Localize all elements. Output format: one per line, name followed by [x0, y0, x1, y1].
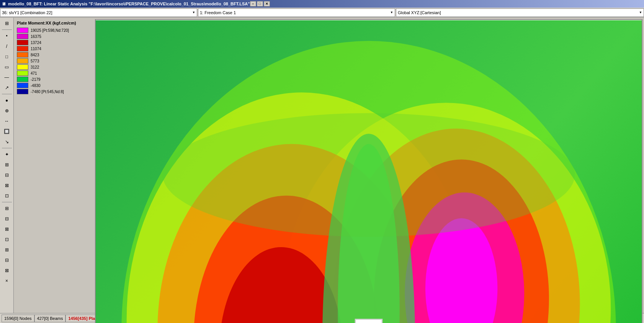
freedom-case-dropdown[interactable]: 1: Freedom Case 1 ▼: [198, 8, 395, 17]
separator2: [2, 94, 12, 94]
minimize-button[interactable]: −: [250, 1, 256, 7]
legend-label: 13724: [31, 41, 41, 45]
tool-extra8[interactable]: ×: [2, 276, 12, 286]
legend-entries: 19025 [Pt:598,Nd:720]1637513724110748423…: [17, 28, 90, 94]
coord-system-value: Global XYZ:[Cartesian]: [398, 10, 441, 15]
tool-extra3[interactable]: ⊠: [2, 224, 12, 234]
main-content: ⊞ • / □ ▭ — ↗ ● ⊕ ↔ 🔲 ↘ ✦ ⊞ ⊟ ⊠ ⊡ ⊞ ⊟ ⊠ …: [0, 18, 644, 313]
svg-rect-17: [355, 319, 382, 323]
legend-color-box: [17, 28, 28, 33]
titlebar-controls: − □ ✕: [250, 1, 270, 7]
legend-row: -7480 [Pt:545,Nd:8]: [17, 89, 90, 94]
tool-extra2[interactable]: ⊟: [2, 214, 12, 224]
legend-color-box: [17, 71, 28, 76]
tool-arrow[interactable]: ↗: [2, 83, 12, 93]
tool-extra5[interactable]: ⊞: [2, 245, 12, 255]
legend-label: 19025 [Pt:598,Nd:720]: [31, 28, 69, 33]
app-icon: 🖥: [2, 2, 6, 6]
legend-color-box: [17, 83, 28, 88]
legend-and-view: Plate Moment:XX (kgf.cm/cm) 19025 [Pt:59…: [15, 19, 642, 323]
legend-row: 3122: [17, 64, 90, 70]
legend-label: 8423: [31, 53, 39, 57]
titlebar-title: modello_08_BFT: Linear Static Analysis "…: [8, 2, 250, 6]
legend-color-box: [17, 40, 28, 45]
legend-row: 11074: [17, 46, 90, 51]
legend-label: -4830: [31, 84, 41, 88]
legend-color-box: [17, 77, 28, 82]
legend-color-box: [17, 34, 28, 39]
legend-row: 16375: [17, 34, 90, 39]
legend-color-box: [17, 52, 28, 57]
separator4: [2, 202, 12, 202]
tool-star[interactable]: ✦: [2, 149, 12, 159]
legend-label: -7480 [Pt:545,Nd:8]: [31, 90, 64, 94]
statusbar-item[interactable]: 1596[0] Nodes: [2, 315, 34, 322]
dropdown1-arrow: ▼: [192, 11, 195, 14]
legend-color-box: [17, 46, 28, 51]
load-case-value: 36: slvY1 [Combination 22]: [2, 10, 52, 15]
tool-frame[interactable]: 🔲: [2, 126, 12, 136]
legend-color-box: [17, 89, 28, 94]
tool-extra4[interactable]: ⊡: [2, 234, 12, 244]
dropdown2-arrow: ▼: [390, 11, 393, 14]
tool-grid2[interactable]: ⊟: [2, 170, 12, 180]
tool-grid1[interactable]: ⊞: [2, 160, 12, 170]
close-button[interactable]: ✕: [264, 1, 270, 7]
tool-move[interactable]: ↔: [2, 116, 12, 126]
separator1: [2, 30, 12, 30]
legend-label: 16375: [31, 34, 41, 39]
tool-cross[interactable]: ⊕: [2, 106, 12, 116]
legend-row: 8423: [17, 52, 90, 57]
legend-label: 11074: [31, 47, 41, 51]
legend-label: 471: [31, 71, 37, 75]
legend-title: Plate Moment:XX (kgf.cm/cm): [17, 21, 90, 25]
toolbar-row: 36: slvY1 [Combination 22] ▼ 1: Freedom …: [0, 8, 644, 18]
legend-row: 13724: [17, 40, 90, 45]
legend-color-box: [17, 58, 28, 64]
tool-extra7[interactable]: ⊠: [2, 266, 12, 275]
tool-grid4[interactable]: ⊡: [2, 191, 12, 201]
tool-grid3[interactable]: ⊠: [2, 180, 12, 190]
tool-dot[interactable]: •: [2, 31, 12, 41]
contour-plot: [96, 20, 642, 323]
legend-color-box: [17, 64, 28, 70]
legend-row: -2179: [17, 77, 90, 82]
tool-rect[interactable]: □: [2, 52, 12, 62]
tool-extra6[interactable]: ⊟: [2, 255, 12, 265]
tool-pointer[interactable]: ⊞: [2, 18, 12, 28]
legend-row: 19025 [Pt:598,Nd:720]: [17, 28, 90, 33]
tool-dash[interactable]: —: [2, 72, 12, 82]
legend-panel: Plate Moment:XX (kgf.cm/cm) 19025 [Pt:59…: [15, 19, 92, 323]
tool-rect2[interactable]: ▭: [2, 62, 12, 72]
dropdown3-arrow: ▼: [639, 11, 642, 14]
titlebar: 🖥 modello_08_BFT: Linear Static Analysis…: [0, 0, 644, 8]
legend-label: 3122: [31, 65, 39, 69]
separator3: [2, 148, 12, 148]
tool-circle[interactable]: ●: [2, 95, 12, 105]
tool-diag[interactable]: ↘: [2, 137, 12, 147]
coordinate-system-dropdown[interactable]: Global XYZ:[Cartesian] ▼: [396, 8, 644, 17]
visualization-viewport[interactable]: Y X Z: [95, 19, 642, 323]
legend-row: 5773: [17, 58, 90, 64]
tool-line[interactable]: /: [2, 41, 12, 51]
legend-label: 5773: [31, 59, 39, 63]
center-area: Plate Moment:XX (kgf.cm/cm) 19025 [Pt:59…: [14, 18, 644, 313]
legend-row: -4830: [17, 83, 90, 88]
tool-extra1[interactable]: ⊞: [2, 203, 12, 213]
statusbar-item[interactable]: 427[0] Beams: [34, 315, 66, 322]
maximize-button[interactable]: □: [257, 1, 263, 7]
freedom-case-value: 1: Freedom Case 1: [200, 10, 236, 15]
load-case-dropdown[interactable]: 36: slvY1 [Combination 22] ▼: [0, 8, 197, 17]
svg-point-19: [163, 113, 575, 237]
legend-label: -2179: [31, 77, 41, 82]
legend-row: 471: [17, 71, 90, 76]
left-toolbar: ⊞ • / □ ▭ — ↗ ● ⊕ ↔ 🔲 ↘ ✦ ⊞ ⊟ ⊠ ⊡ ⊞ ⊟ ⊠ …: [0, 18, 14, 313]
